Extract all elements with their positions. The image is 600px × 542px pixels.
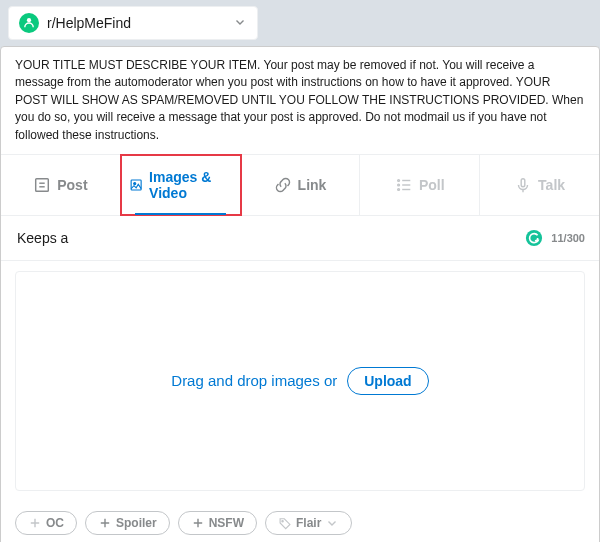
community-bar: r/HelpMeFind [0, 0, 600, 46]
nsfw-tag-button[interactable]: NSFW [178, 511, 257, 535]
tag-label: Flair [296, 516, 321, 530]
tab-post[interactable]: Post [1, 155, 121, 215]
svg-point-8 [398, 184, 400, 186]
title-row: 11/300 [1, 216, 599, 261]
chevron-down-icon [233, 15, 247, 32]
tab-images-video[interactable]: Images & Video [121, 155, 241, 215]
oc-tag-button[interactable]: OC [15, 511, 77, 535]
tab-label: Poll [419, 177, 445, 193]
svg-point-15 [282, 521, 283, 522]
tab-label: Link [298, 177, 327, 193]
tag-icon [278, 516, 292, 530]
tab-poll: Poll [360, 155, 480, 215]
community-selector[interactable]: r/HelpMeFind [8, 6, 258, 40]
plus-icon [28, 516, 42, 530]
drop-text: Drag and drop images or [171, 372, 337, 389]
svg-point-6 [398, 180, 400, 182]
svg-point-5 [133, 182, 135, 184]
post-form: YOUR TITLE MUST DESCRIBE YOUR ITEM. Your… [0, 46, 600, 542]
tab-label: Images & Video [149, 169, 232, 201]
tab-label: Talk [538, 177, 565, 193]
tag-label: OC [46, 516, 64, 530]
link-icon [274, 176, 292, 194]
upload-button[interactable]: Upload [347, 367, 428, 395]
mic-icon [514, 176, 532, 194]
chevron-down-icon [325, 516, 339, 530]
title-input[interactable] [15, 224, 517, 252]
tab-talk: Talk [480, 155, 599, 215]
grammarly-icon[interactable] [525, 229, 543, 247]
tab-link[interactable]: Link [241, 155, 361, 215]
community-notice: YOUR TITLE MUST DESCRIBE YOUR ITEM. Your… [1, 47, 599, 155]
tag-label: Spoiler [116, 516, 157, 530]
plus-icon [98, 516, 112, 530]
plus-icon [191, 516, 205, 530]
svg-point-10 [398, 189, 400, 191]
tabs: Post Images & Video Link Poll Talk [1, 155, 599, 216]
tag-row: OC Spoiler NSFW Flair [1, 501, 599, 542]
spoiler-tag-button[interactable]: Spoiler [85, 511, 170, 535]
tab-label: Post [57, 177, 87, 193]
post-icon [33, 176, 51, 194]
tag-label: NSFW [209, 516, 244, 530]
poll-icon [395, 176, 413, 194]
svg-rect-1 [36, 179, 49, 192]
community-icon [19, 13, 39, 33]
community-name: r/HelpMeFind [47, 15, 225, 31]
svg-point-14 [526, 230, 542, 246]
svg-rect-12 [521, 179, 525, 187]
svg-point-0 [27, 18, 31, 22]
image-icon [129, 176, 143, 194]
char-counter: 11/300 [551, 232, 585, 244]
dropzone[interactable]: Drag and drop images or Upload [15, 271, 585, 491]
flair-tag-button[interactable]: Flair [265, 511, 352, 535]
